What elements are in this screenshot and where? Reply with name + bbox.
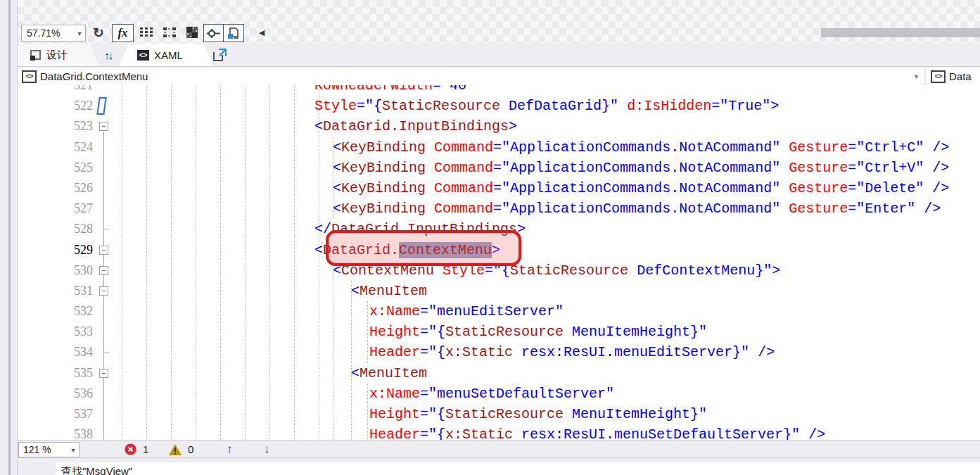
zoom-to-fit-document-icon[interactable] — [223, 24, 244, 42]
fold-collapse-box[interactable]: − — [99, 286, 108, 296]
fold-collapse-box[interactable]: − — [99, 369, 108, 378]
line-number: 523 — [18, 116, 93, 137]
code-line[interactable]: 528</DataGrid.InputBindings> — [18, 219, 980, 239]
collapse-toolbar-icon[interactable]: ◀ — [257, 24, 267, 41]
find-results-strip: 查找"MsgView" — [18, 462, 980, 475]
popout-pane-button[interactable] — [212, 47, 227, 63]
code-text: <MenuItem — [351, 363, 427, 384]
designer-zoom-select[interactable]: 57.71% ▾ — [21, 25, 86, 42]
code-text: <KeyBinding Command="ApplicationCommands… — [333, 178, 949, 198]
designer-zoom-value: 57.71% — [22, 27, 74, 39]
code-line[interactable]: 536x:Name="menuSetDefaultServer" — [18, 384, 980, 404]
code-line[interactable]: 538Header="{x:Static resx:ResUI.menuSetD… — [18, 424, 980, 440]
designer-horizontal-scrollbar-thumb[interactable] — [821, 28, 980, 37]
code-text: x:Name="menuSetDefaultServer" — [369, 384, 614, 404]
transparency-checker-icon[interactable] — [184, 24, 200, 41]
code-text: Height="{StaticResource MenuItemHeight}" — [369, 404, 707, 424]
line-number: 532 — [18, 301, 93, 322]
find-results-panel[interactable]: 查找"MsgView" — [56, 462, 980, 475]
line-number: 522 — [18, 96, 93, 116]
panel-splitter[interactable] — [8, 0, 11, 475]
view-tab-bar: 设计 ↑↓ <> XAML — [18, 44, 980, 66]
xaml-code-editor[interactable]: 521RowHeaderWidth="40"522Style="{StaticR… — [18, 85, 980, 440]
code-line[interactable]: 531−<MenuItem — [18, 281, 980, 301]
secondary-breadcrumb-name: Data — [949, 70, 972, 82]
snaplines-icon[interactable] — [203, 24, 224, 42]
line-number: 528 — [18, 219, 93, 239]
show-grid-icon[interactable] — [138, 24, 155, 41]
line-number: 527 — [18, 198, 93, 219]
xaml-designer-pane: 57.71% ▾ ↻ fx — [17, 0, 980, 475]
code-text: <DataGrid.InputBindings> — [314, 116, 517, 137]
fold-collapse-box[interactable]: − — [99, 266, 108, 275]
code-line[interactable]: 535−<MenuItem — [18, 363, 980, 384]
chevron-down-icon: ▾ — [74, 30, 85, 37]
xaml-navigation-bar: <> DataGrid.ContextMenu ▾ <> Data — [18, 66, 980, 85]
warning-status[interactable]: 0 — [169, 441, 193, 458]
secondary-breadcrumb-dropdown[interactable]: <> Data — [927, 68, 980, 85]
element-breadcrumb-dropdown[interactable]: <> DataGrid.ContextMenu ▾ — [18, 68, 924, 85]
line-number: 537 — [18, 404, 93, 424]
refresh-icon[interactable]: ↻ — [91, 24, 106, 41]
code-line[interactable]: 532x:Name="menuEditServer" — [18, 301, 980, 322]
snap-to-grid-icon[interactable] — [161, 24, 178, 41]
code-text: <ContextMenu Style="{StaticResource DefC… — [333, 260, 780, 281]
code-text: x:Name="menuEditServer" — [369, 301, 564, 322]
code-line[interactable]: 523−<DataGrid.InputBindings> — [18, 116, 980, 137]
editor-zoom-value: 121 % — [19, 444, 68, 455]
warning-count: 0 — [188, 443, 193, 455]
xml-tag-icon: <> — [931, 70, 946, 83]
error-count: 1 — [143, 443, 148, 455]
line-number: 533 — [18, 322, 93, 342]
line-number: 524 — [18, 137, 93, 158]
swap-panes-button[interactable]: ↑↓ — [99, 46, 117, 64]
xaml-view-icon: <> — [137, 50, 149, 61]
code-line[interactable]: 533Height="{StaticResource MenuItemHeigh… — [18, 322, 980, 342]
line-number: 525 — [18, 158, 93, 178]
line-number: 526 — [18, 178, 93, 198]
code-text: <MenuItem — [351, 281, 427, 301]
vs-xaml-editor-window: 57.71% ▾ ↻ fx — [0, 0, 980, 475]
code-line[interactable]: 522Style="{StaticResource DefDataGrid}" … — [18, 96, 980, 116]
code-text: Height="{StaticResource MenuItemHeight}" — [369, 322, 707, 342]
line-number: 530 — [18, 260, 93, 281]
tab-design-label: 设计 — [46, 49, 68, 62]
code-text: <KeyBinding Command="ApplicationCommands… — [333, 198, 941, 219]
effects-fx-icon[interactable]: fx — [112, 24, 134, 42]
code-line[interactable]: 525<KeyBinding Command="ApplicationComma… — [18, 158, 980, 178]
line-number: 538 — [18, 424, 93, 440]
code-line[interactable]: 524<KeyBinding Command="ApplicationComma… — [18, 137, 980, 158]
xml-tag-icon: <> — [22, 70, 37, 83]
code-line[interactable]: 534Header="{x:Static resx:ResUI.menuEdit… — [18, 342, 980, 362]
fold-collapse-box[interactable]: − — [99, 122, 108, 131]
code-line[interactable]: 529−<DataGrid.ContextMenu> — [18, 240, 980, 260]
line-number: 531 — [18, 281, 93, 301]
next-issue-arrow[interactable]: ↓ — [264, 441, 270, 458]
designer-surface: 57.71% ▾ ↻ fx — [18, 0, 980, 44]
code-line[interactable]: 527<KeyBinding Command="ApplicationComma… — [18, 198, 980, 219]
tab-xaml-label: XAML — [154, 49, 183, 61]
code-text: Header="{x:Static resx:ResUI.menuSetDefa… — [369, 424, 825, 440]
editor-status-bar: 121 % ▾ 1 — [18, 440, 980, 458]
chevron-down-icon: ▾ — [915, 72, 918, 80]
warning-icon — [169, 444, 182, 455]
line-number: 536 — [18, 384, 93, 404]
code-line[interactable]: 530−<ContextMenu Style="{StaticResource … — [18, 260, 980, 281]
previous-issue-arrow[interactable]: ↑ — [227, 441, 233, 458]
code-text: Style="{StaticResource DefDataGrid}" d:I… — [314, 96, 779, 116]
tab-design-view[interactable]: 设计 — [18, 44, 99, 66]
code-text: </DataGrid.InputBindings> — [314, 219, 526, 239]
find-results-text: 查找"MsgView" — [61, 465, 132, 475]
error-icon — [125, 443, 136, 455]
code-line[interactable]: 521RowHeaderWidth="40" — [18, 85, 980, 96]
error-status[interactable]: 1 — [125, 441, 148, 458]
fold-collapse-box[interactable]: − — [99, 246, 108, 255]
editor-zoom-select[interactable]: 121 % ▾ — [18, 442, 79, 457]
code-line[interactable]: 537Height="{StaticResource MenuItemHeigh… — [18, 404, 980, 424]
code-line[interactable]: 526<KeyBinding Command="ApplicationComma… — [18, 178, 980, 198]
tab-xaml-view[interactable]: <> XAML — [119, 44, 213, 66]
breadcrumb-element-name: DataGrid.ContextMenu — [40, 70, 148, 82]
code-text: Header="{x:Static resx:ResUI.menuEditSer… — [369, 342, 775, 362]
chevron-down-icon: ▾ — [68, 446, 79, 454]
code-text: <KeyBinding Command="ApplicationCommands… — [333, 158, 949, 178]
